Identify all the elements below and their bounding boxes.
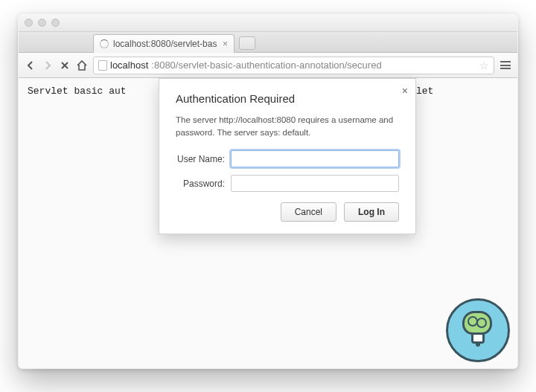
- dialog-title: Authentication Required: [176, 92, 399, 105]
- traffic-lights: [25, 19, 60, 27]
- bookmark-star-icon[interactable]: ☆: [479, 60, 489, 71]
- password-label: Password:: [176, 179, 231, 189]
- watermark-logo: [446, 298, 510, 362]
- dialog-message: The server http://localhost:8080 require…: [176, 114, 399, 138]
- new-tab-button[interactable]: [239, 36, 255, 50]
- browser-window: localhost:8080/servlet-bas × localhost:8…: [18, 13, 518, 369]
- url-path: :8080/servlet-basic-authentication-annot…: [151, 60, 381, 71]
- window-minimize-dot[interactable]: [38, 19, 46, 27]
- tab-close-icon[interactable]: ×: [223, 39, 228, 49]
- browser-tab[interactable]: localhost:8080/servlet-bas ×: [93, 34, 234, 53]
- password-input[interactable]: [231, 175, 399, 192]
- cancel-button[interactable]: Cancel: [281, 202, 336, 222]
- window-titlebar: [19, 14, 517, 32]
- menu-button[interactable]: [500, 60, 511, 71]
- auth-dialog: × Authentication Required The server htt…: [159, 78, 416, 234]
- window-close-dot[interactable]: [25, 19, 33, 27]
- dialog-close-icon[interactable]: ×: [402, 85, 408, 97]
- stop-button[interactable]: [59, 60, 71, 71]
- back-button[interactable]: [25, 60, 36, 71]
- username-label: User Name:: [176, 154, 231, 164]
- login-button[interactable]: Log In: [344, 202, 399, 222]
- window-zoom-dot[interactable]: [51, 19, 60, 27]
- hamburger-icon: [500, 61, 511, 69]
- home-button[interactable]: [76, 60, 88, 71]
- page-text-right: let: [416, 86, 433, 97]
- page-icon: [98, 60, 107, 71]
- address-bar[interactable]: localhost:8080/servlet-basic-authenticat…: [93, 57, 494, 74]
- page-text-left: Servlet basic aut: [28, 86, 127, 97]
- tab-strip: localhost:8080/servlet-bas ×: [19, 32, 517, 53]
- browser-toolbar: localhost:8080/servlet-basic-authenticat…: [19, 53, 517, 78]
- forward-button: [42, 60, 54, 71]
- url-host: localhost: [110, 60, 148, 71]
- username-input[interactable]: [231, 150, 399, 167]
- loading-spinner-icon: [100, 39, 109, 48]
- tab-title: localhost:8080/servlet-bas: [113, 39, 217, 49]
- lightbulb-brain-icon: [462, 311, 494, 350]
